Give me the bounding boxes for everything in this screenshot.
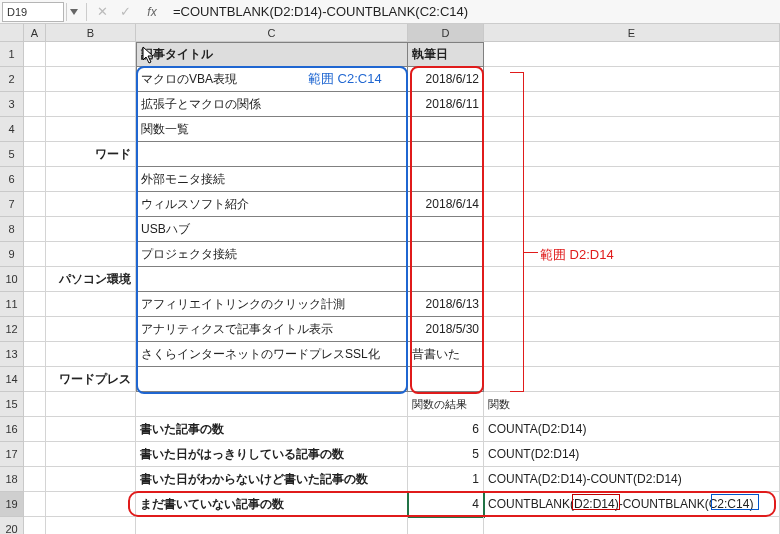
cell-e5[interactable] (484, 142, 780, 167)
cell-d3[interactable]: 2018/6/11 (408, 92, 484, 117)
cell-b19[interactable] (46, 492, 136, 517)
cell-c10[interactable] (136, 267, 408, 292)
fx-icon[interactable]: fx (143, 3, 161, 21)
cell-b15[interactable] (46, 392, 136, 417)
cell-e18[interactable]: COUNTA(D2:D14)-COUNT(D2:D14) (484, 467, 780, 492)
row-header-19[interactable]: 19 (0, 492, 24, 517)
cell-c16[interactable]: 書いた記事の数 (136, 417, 408, 442)
cell-a9[interactable] (24, 242, 46, 267)
cell-a16[interactable] (24, 417, 46, 442)
cell-a4[interactable] (24, 117, 46, 142)
cell-e3[interactable] (484, 92, 780, 117)
cell-a3[interactable] (24, 92, 46, 117)
cell-b5[interactable]: ワード (46, 142, 136, 167)
cell-c7[interactable]: ウィルスソフト紹介 (136, 192, 408, 217)
row-header-13[interactable]: 13 (0, 342, 24, 367)
cell-a12[interactable] (24, 317, 46, 342)
row-header-16[interactable]: 16 (0, 417, 24, 442)
cell-d16[interactable]: 6 (408, 417, 484, 442)
cell-d10[interactable] (408, 267, 484, 292)
cell-c8[interactable]: USBハブ (136, 217, 408, 242)
cell-d1[interactable]: 執筆日 (408, 42, 484, 67)
cell-e13[interactable] (484, 342, 780, 367)
cell-d7[interactable]: 2018/6/14 (408, 192, 484, 217)
cell-b2[interactable] (46, 67, 136, 92)
cell-d15[interactable]: 関数の結果 (408, 392, 484, 417)
cell-e16[interactable]: COUNTA(D2:D14) (484, 417, 780, 442)
cell-a8[interactable] (24, 217, 46, 242)
cell-c3[interactable]: 拡張子とマクロの関係 (136, 92, 408, 117)
cell-b8[interactable] (46, 217, 136, 242)
row-header-14[interactable]: 14 (0, 367, 24, 392)
name-box-dropdown[interactable] (66, 3, 80, 21)
cell-e10[interactable] (484, 267, 780, 292)
cell-b3[interactable] (46, 92, 136, 117)
row-header-11[interactable]: 11 (0, 292, 24, 317)
cell-a1[interactable] (24, 42, 46, 67)
cell-a17[interactable] (24, 442, 46, 467)
cell-a14[interactable] (24, 367, 46, 392)
cell-b10[interactable]: パソコン環境 (46, 267, 136, 292)
cell-b7[interactable] (46, 192, 136, 217)
cell-d8[interactable] (408, 217, 484, 242)
row-header-20[interactable]: 20 (0, 517, 24, 534)
cell-a10[interactable] (24, 267, 46, 292)
cell-e19[interactable]: COUNTBLANK(D2:D14)-COUNTBLANK(C2:C14) (484, 492, 780, 517)
cell-d11[interactable]: 2018/6/13 (408, 292, 484, 317)
cell-e9[interactable] (484, 242, 780, 267)
row-header-5[interactable]: 5 (0, 142, 24, 167)
cell-d20[interactable] (408, 517, 484, 534)
cell-e6[interactable] (484, 167, 780, 192)
cell-d2[interactable]: 2018/6/12 (408, 67, 484, 92)
row-header-10[interactable]: 10 (0, 267, 24, 292)
select-all-corner[interactable] (0, 24, 24, 42)
row-header-4[interactable]: 4 (0, 117, 24, 142)
cell-c4[interactable]: 関数一覧 (136, 117, 408, 142)
row-header-2[interactable]: 2 (0, 67, 24, 92)
cell-b13[interactable] (46, 342, 136, 367)
row-header-17[interactable]: 17 (0, 442, 24, 467)
cell-d17[interactable]: 5 (408, 442, 484, 467)
cell-c5[interactable] (136, 142, 408, 167)
col-header-d[interactable]: D (408, 24, 484, 42)
cell-b20[interactable] (46, 517, 136, 534)
cell-c14[interactable] (136, 367, 408, 392)
cell-a20[interactable] (24, 517, 46, 534)
cell-d9[interactable] (408, 242, 484, 267)
cell-a15[interactable] (24, 392, 46, 417)
cell-d14[interactable] (408, 367, 484, 392)
formula-bar[interactable]: =COUNTBLANK(D2:D14)-COUNTBLANK(C2:C14) (167, 2, 780, 22)
cell-d19[interactable]: 4 (408, 492, 484, 517)
cell-b17[interactable] (46, 442, 136, 467)
cell-c9[interactable]: プロジェクタ接続 (136, 242, 408, 267)
row-header-6[interactable]: 6 (0, 167, 24, 192)
cell-d4[interactable] (408, 117, 484, 142)
cell-c19[interactable]: まだ書いていない記事の数 (136, 492, 408, 517)
name-box[interactable]: D19 (2, 2, 64, 22)
cell-c15[interactable] (136, 392, 408, 417)
cell-e14[interactable] (484, 367, 780, 392)
cell-e17[interactable]: COUNT(D2:D14) (484, 442, 780, 467)
row-header-9[interactable]: 9 (0, 242, 24, 267)
col-header-e[interactable]: E (484, 24, 780, 42)
cell-c13[interactable]: さくらインターネットのワードプレスSSL化 (136, 342, 408, 367)
cell-a11[interactable] (24, 292, 46, 317)
col-header-a[interactable]: A (24, 24, 46, 42)
cell-d13[interactable]: 昔書いた (408, 342, 484, 367)
cell-c6[interactable]: 外部モニタ接続 (136, 167, 408, 192)
cell-c2[interactable]: マクロのVBA表現 (136, 67, 408, 92)
cell-b11[interactable] (46, 292, 136, 317)
cell-d18[interactable]: 1 (408, 467, 484, 492)
row-header-7[interactable]: 7 (0, 192, 24, 217)
cell-e8[interactable] (484, 217, 780, 242)
cell-a2[interactable] (24, 67, 46, 92)
cell-a7[interactable] (24, 192, 46, 217)
col-header-c[interactable]: C (136, 24, 408, 42)
cell-a13[interactable] (24, 342, 46, 367)
cell-b18[interactable] (46, 467, 136, 492)
cell-e4[interactable] (484, 117, 780, 142)
row-header-12[interactable]: 12 (0, 317, 24, 342)
cell-e20[interactable] (484, 517, 780, 534)
cell-d12[interactable]: 2018/5/30 (408, 317, 484, 342)
cell-a19[interactable] (24, 492, 46, 517)
